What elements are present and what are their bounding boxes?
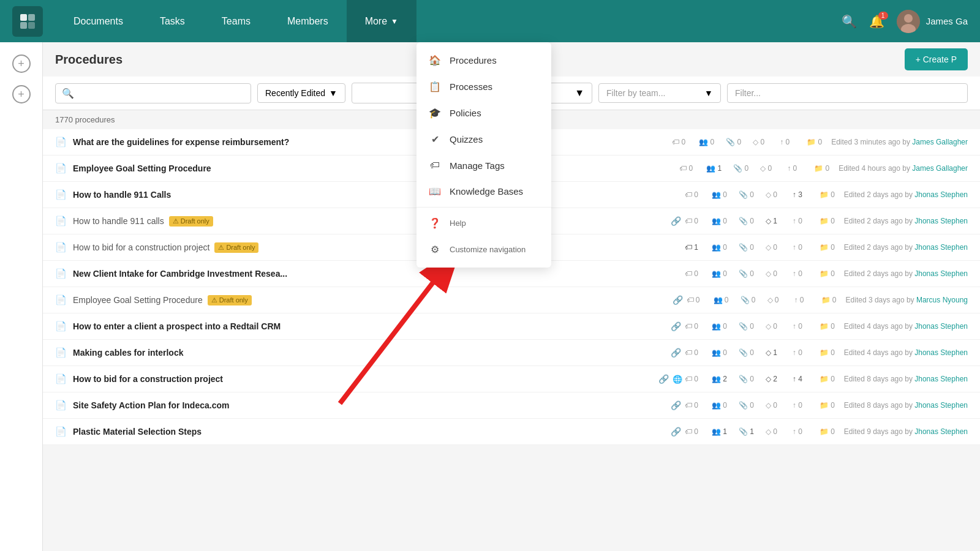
editor-link[interactable]: James Gallagher — [912, 164, 968, 173]
table-row[interactable]: 📄 Site Safety Action Plan for Indeca.com… — [43, 392, 980, 419]
draft-badge: ⚠ Draft only — [208, 295, 252, 305]
dropdown-knowledge-bases[interactable]: 📖 Knowledge Bases — [417, 178, 551, 204]
doc-icon: 📄 — [55, 268, 67, 279]
text-filter-label: Filter... — [735, 88, 761, 98]
svg-rect-2 — [20, 22, 27, 29]
editor-link[interactable]: Jhonas Stephen — [914, 427, 968, 436]
arrows-count: ↑ 4 — [793, 375, 811, 383]
table-row[interactable]: 📄 Plastic Material Selection Steps 🔗 🏷 0… — [43, 419, 980, 445]
members-count: 👥 0 — [699, 138, 717, 146]
table-row[interactable]: 📄 Making cables for interlock 🔗 🏷 0 👥 0 … — [43, 340, 980, 366]
dropdown-customize-nav[interactable]: ⚙ Customize navigation — [417, 236, 551, 263]
user-menu[interactable]: James Ga — [897, 10, 968, 33]
customize-icon: ⚙ — [429, 244, 441, 255]
editor-link[interactable]: Jhonas Stephen — [914, 243, 968, 252]
nav-more[interactable]: More ▼ — [347, 0, 417, 42]
search-box[interactable]: 🔍 — [55, 83, 251, 103]
tags-count: 🏷 0 — [672, 138, 690, 146]
chevron-down-icon-3: ▼ — [704, 88, 713, 98]
notification-badge: 1 — [878, 12, 888, 20]
nav-logo[interactable] — [12, 6, 43, 37]
diamonds-count: ◇ 2 — [766, 375, 784, 383]
tags-count: 🏷 0 — [685, 269, 703, 278]
search-input[interactable] — [78, 88, 244, 98]
doc-title: How to enter a client a prospect into a … — [73, 321, 671, 331]
nav-more-label: More — [365, 16, 387, 27]
dropdown-processes[interactable]: 📋 Processes — [417, 73, 551, 100]
tags-count: 🏷 0 — [685, 322, 703, 331]
processes-icon: 📋 — [429, 81, 441, 92]
edited-text: Edited 4 days ago by Jhonas Stephen — [844, 348, 968, 357]
arrows-count: ↑ 0 — [780, 138, 798, 146]
nav-teams[interactable]: Teams — [203, 0, 269, 42]
nav-documents[interactable]: Documents — [55, 0, 141, 42]
editor-link[interactable]: Jhonas Stephen — [914, 348, 968, 357]
edited-text: Edited 8 days ago by Jhonas Stephen — [844, 401, 968, 410]
nav-members[interactable]: Members — [269, 0, 347, 42]
user-name: James Ga — [926, 16, 968, 26]
search-button[interactable]: 🔍 — [842, 14, 857, 29]
row-meta: 🏷 0 👥 0 📎 0 ◇ 0 ↑ 0 📁 0 — [687, 296, 840, 304]
avatar — [897, 10, 920, 33]
row-meta: 🏷 0 👥 0 📎 0 ◇ 1 ↑ 0 📁 0 — [685, 217, 838, 225]
editor-link[interactable]: Jhonas Stephen — [914, 375, 968, 383]
doc-title: How to handle 911 calls ⚠ Draft only — [73, 216, 671, 227]
arrows-count: ↑ 0 — [793, 427, 811, 436]
edited-text: Edited 2 days ago by Jhonas Stephen — [844, 243, 968, 252]
editor-link[interactable]: Jhonas Stephen — [914, 269, 968, 278]
dropdown-divider — [417, 207, 551, 208]
editor-link[interactable]: Marcus Nyoung — [916, 296, 968, 304]
sort-label: Recently Edited — [265, 88, 325, 98]
row-meta: 🏷 0 👥 1 📎 0 ◇ 0 ↑ 0 📁 0 — [679, 164, 832, 173]
folders-count: 📁 0 — [820, 427, 838, 436]
editor-link[interactable]: Jhonas Stephen — [914, 190, 968, 199]
sort-filter[interactable]: Recently Edited ▼ — [257, 83, 345, 103]
editor-link[interactable]: James Gallagher — [912, 138, 968, 146]
dropdown-policies[interactable]: 🎓 Policies — [417, 100, 551, 126]
dropdown-manage-tags[interactable]: 🏷 Manage Tags — [417, 152, 551, 178]
dropdown-procedures[interactable]: 🏠 Procedures — [417, 47, 551, 73]
team-filter-label: Filter by team... — [606, 88, 701, 98]
dropdown-procedures-label: Procedures — [450, 55, 497, 66]
row-meta: 🏷 0 👥 0 📎 0 ◇ 0 ↑ 3 📁 0 — [685, 190, 838, 199]
doc-title: How to bid for a construction project — [73, 374, 658, 384]
sidebar-add-btn-2[interactable]: + — [12, 85, 31, 103]
doc-icon: 📄 — [55, 426, 67, 437]
members-count: 👥 1 — [712, 427, 730, 436]
book-icon: 📖 — [429, 186, 441, 197]
attachments-count: 📎 0 — [739, 348, 757, 357]
sidebar-add-btn-1[interactable]: + — [12, 54, 31, 73]
diamonds-count: ◇ 0 — [753, 138, 771, 146]
members-count: 👥 0 — [712, 217, 730, 225]
tags-count: 🏷 0 — [685, 375, 703, 383]
editor-link[interactable]: Jhonas Stephen — [914, 322, 968, 331]
table-row[interactable]: 📄 Employee Goal Setting Procedure ⚠ Draf… — [43, 287, 980, 313]
members-count: 👥 0 — [712, 269, 730, 278]
team-filter[interactable]: Filter by team... ▼ — [598, 83, 721, 103]
row-meta: 🏷 0 👥 0 📎 0 ◇ 1 ↑ 0 📁 0 — [685, 348, 838, 357]
members-count: 👥 0 — [712, 348, 730, 357]
dropdown-customize-label: Customize navigation — [450, 245, 526, 254]
diamonds-count: ◇ 0 — [766, 322, 784, 331]
table-row[interactable]: 📄 How to bid for a construction project … — [43, 366, 980, 392]
create-procedure-button[interactable]: + Create P — [905, 48, 968, 70]
dropdown-help[interactable]: ❓ Help — [417, 210, 551, 236]
nav-tasks[interactable]: Tasks — [141, 0, 203, 42]
notifications-button[interactable]: 🔔 1 — [869, 14, 884, 29]
doc-icon: 📄 — [55, 294, 67, 305]
diamonds-count: ◇ 0 — [766, 243, 784, 252]
dropdown-quizzes-label: Quizzes — [450, 134, 483, 144]
link-icon: 🔗 — [671, 321, 681, 331]
policies-icon: 🎓 — [429, 107, 441, 119]
doc-title: Site Safety Action Plan for Indeca.com — [73, 400, 671, 410]
attachments-count: 📎 0 — [733, 164, 752, 173]
diamonds-count: ◇ 1 — [766, 348, 784, 357]
text-filter[interactable]: Filter... — [727, 83, 968, 103]
diamonds-count: ◇ 0 — [766, 190, 784, 199]
table-row[interactable]: 📄 How to enter a client a prospect into … — [43, 313, 980, 340]
tags-count: 🏷 0 — [685, 348, 703, 357]
dropdown-quizzes[interactable]: ✔ Quizzes — [417, 126, 551, 152]
members-count: 👥 0 — [712, 322, 730, 331]
editor-link[interactable]: Jhonas Stephen — [914, 401, 968, 410]
editor-link[interactable]: Jhonas Stephen — [914, 217, 968, 225]
